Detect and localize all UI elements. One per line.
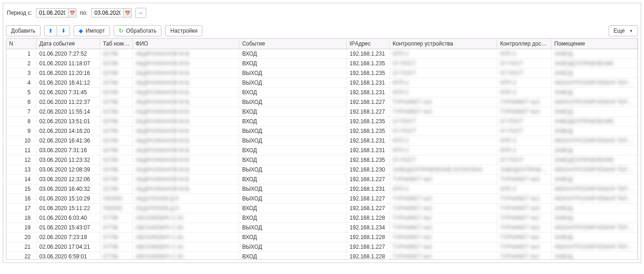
import-button[interactable]: ◆ Импорт [74,25,110,36]
col-ip[interactable]: IPАдрес [347,39,390,49]
cell-event: ВЫХОД [239,78,347,88]
cell-access: ТУРНИКЕТ №2 [497,252,552,260]
events-table: N Дата события Таб номер ФИО Событие IPА… [6,39,638,259]
table-row[interactable]: 201.06.2020 11:18:0702766АБДРАХМАНОВ М.В… [6,59,638,68]
cell-date: 02.06.2020 7:31:45 [36,88,100,97]
table-row[interactable]: 1701.06.2020 15:11:22П00000АБДУЛЛАЕВ Д.Р… [6,204,638,213]
table-row[interactable]: 1303.06.2020 12:08:3902766АБДРАХМАНОВ М.… [6,165,638,175]
move-up-button[interactable]: ⬆ [44,25,57,36]
cell-access: КПП-2 [497,136,552,146]
period-from-label: Период с: [7,10,32,16]
table-row[interactable]: 301.06.2020 11:20:1602766АБДРАХМАНОВ М.В… [6,68,638,78]
col-tab[interactable]: Таб номер [100,39,132,49]
cell-date: 03.06.2020 6:59:01 [36,252,100,260]
process-button-label: Обработать [126,28,156,34]
calendar-icon[interactable]: 📅 [68,8,76,17]
cell-fio: АБДРАХМАНОВ М.В. [132,136,239,146]
date-from-input[interactable] [36,8,68,17]
cell-access: 07-ПОСТ [497,59,552,68]
table-row[interactable]: 702.06.2020 11:55:1402766АБДРАХМАНОВ М.В… [6,107,638,117]
cell-room: ЗАВОДОУПРАВЛЕНИЕ [552,155,638,165]
calendar-icon[interactable]: 📅 [123,8,132,17]
col-event[interactable]: Событие [239,39,347,49]
cell-event: ВЫХОД [239,126,347,136]
table-row[interactable]: 1203.06.2020 11:23:3202766АБДРАХМАНОВ М.… [6,155,638,165]
date-to-input[interactable] [91,8,123,17]
table-row[interactable]: 1601.06.2020 15:10:29П00000АБДУЛЛАЕВ Д.Р… [6,194,638,204]
cell-tab: П00000 [100,194,132,204]
cell-tab: 02766 [100,117,132,126]
table-row[interactable]: 1403.06.2020 12:32:0602766АБДРАХМАНОВ М.… [6,175,638,184]
settings-button[interactable]: Настройки [165,25,202,36]
cell-access: 07-ПОСТ [497,117,552,126]
add-button[interactable]: Добавить [6,25,40,36]
cell-room: ЗАВОДОУПРАВЛЕНИЕ [552,117,638,126]
cell-date: 01.06.2020 15:11:22 [36,204,100,213]
cell-tab: 02766 [100,146,132,155]
table-row[interactable]: 902.06.2020 14:16:2002766АБДРАХМАНОВ М.В… [6,126,638,136]
table-row[interactable]: 1002.06.2020 16:41:3602766АБДРАХМАНОВ М.… [6,136,638,146]
cell-n: 6 [6,97,36,107]
cell-room: ЗАВОД [552,126,638,136]
cell-n: 11 [6,146,36,155]
cell-fio: АВСЮКЕВИЧ С.Ю. [132,233,239,242]
cell-room: ЗАВОД [552,49,638,59]
cell-event: ВЫХОД [239,184,347,194]
cell-room: ЗАВОД [552,213,638,223]
cell-device: ТУРНИКЕТ №3 [390,97,497,107]
cell-room: ЗАВОД [552,68,638,78]
cell-device: ТУРНИКЕТ №2 [390,233,497,242]
cell-device: ТУРНИКЕТ №3 [390,204,497,213]
cell-ip: 192.168.1.231 [347,184,390,194]
col-n[interactable]: N [6,39,36,49]
table-row[interactable]: 1801.06.2020 6:03:4007798АВСЮКЕВИЧ С.Ю.В… [6,213,638,223]
cell-ip: 192.168.1.235 [347,155,390,165]
table-row[interactable]: 2102.06.2020 17:04:2107798АВСЮКЕВИЧ С.Ю.… [6,242,638,252]
cell-room: ЗАВОД [552,107,638,117]
table-row[interactable]: 2002.06.2020 7:23:1907798АВСЮКЕВИЧ С.Ю.В… [6,233,638,242]
cell-date: 01.06.2020 11:18:07 [36,59,100,68]
cell-room: НЕКОНТРОЛИРУЕМАЯ ТЕРРИТО... [552,223,638,233]
table-row[interactable]: 502.06.2020 7:31:4502766АБДРАХМАНОВ М.В.… [6,88,638,97]
cell-event: ВХОД [239,117,347,126]
expand-range-button[interactable]: ↔ [135,8,146,18]
cell-tab: 02766 [100,126,132,136]
table-row[interactable]: 1503.06.2020 16:40:3202766АБДРАХМАНОВ М.… [6,184,638,194]
table-row[interactable]: 101.06.2020 7:27:5202766АБДРАХМАНОВ М.В.… [6,49,638,59]
cell-access: 07-ПОСТ [497,126,552,136]
cell-tab: 02766 [100,165,132,175]
cell-fio: АВСЮКЕВИЧ С.Ю. [132,223,239,233]
table-scroll[interactable]: N Дата события Таб номер ФИО Событие IPА… [6,39,638,259]
table-row[interactable]: 1901.06.2020 15:43:0707798АВСЮКЕВИЧ С.Ю.… [6,223,638,233]
table-row[interactable]: 802.06.2020 13:51:0102766АБДРАХМАНОВ М.В… [6,117,638,126]
cell-room: ЗАВОД [552,88,638,97]
col-device[interactable]: Контроллер устройства [390,39,497,49]
cell-ip: 192.168.1.235 [347,59,390,68]
cell-tab: 02766 [100,59,132,68]
cell-room: ЗАВОД [552,252,638,260]
cell-room: НЕКОНТРОЛИРУЕМАЯ ТЕРРИТО... [552,194,638,204]
cell-date: 01.06.2020 15:10:29 [36,194,100,204]
table-row[interactable]: 2203.06.2020 6:59:0107798АВСЮКЕВИЧ С.Ю.В… [6,252,638,260]
cell-n: 15 [6,184,36,194]
cell-access: ЗАВОДОУПРАВЛЕН... [497,165,552,175]
cell-access: ТУРНИКЕТ №3 [497,97,552,107]
col-date[interactable]: Дата события [36,39,100,49]
cell-date: 03.06.2020 16:40:32 [36,184,100,194]
table-row[interactable]: 602.06.2020 11:22:3702766АБДРАХМАНОВ М.В… [6,97,638,107]
cell-tab: 07798 [100,213,132,223]
cell-event: ВЫХОД [239,223,347,233]
col-access[interactable]: Контроллер доступа [497,39,552,49]
cell-date: 01.06.2020 6:03:40 [36,213,100,223]
process-button[interactable]: ↻ Обработать [114,25,161,36]
cell-event: ВЫХОД [239,194,347,204]
col-room[interactable]: Помещение [552,39,638,49]
col-fio[interactable]: ФИО [132,39,239,49]
cell-ip: 192.168.1.228 [347,252,390,260]
table-row[interactable]: 401.06.2020 16:41:1202766АБДРАХМАНОВ М.В… [6,78,638,88]
cell-event: ВЫХОД [239,165,347,175]
more-button[interactable]: Еще ▼ [609,25,638,36]
table-row[interactable]: 1103.06.2020 7:31:1602766АБДРАХМАНОВ М.В… [6,146,638,155]
move-down-button[interactable]: ⬇ [57,25,70,36]
cell-event: ВХОД [239,59,347,68]
